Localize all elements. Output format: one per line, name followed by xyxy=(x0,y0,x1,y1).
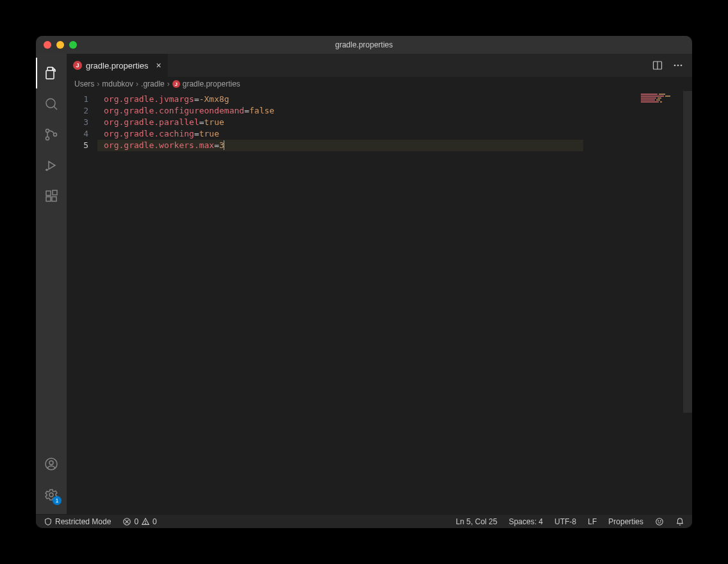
problems-status[interactable]: 0 0 xyxy=(120,517,159,526)
maximize-window-button[interactable] xyxy=(69,41,77,49)
code-line[interactable]: org.gradle.caching=true xyxy=(104,128,622,140)
window: gradle.properties xyxy=(36,36,692,528)
code-line[interactable]: org.gradle.jvmargs=-Xmx8g xyxy=(104,94,622,105)
svg-point-16 xyxy=(674,65,676,67)
code-line[interactable]: org.gradle.workers.max=3 xyxy=(97,140,583,151)
properties-file-icon: J xyxy=(172,80,180,88)
code-content[interactable]: org.gradle.jvmargs=-Xmx8gorg.gradle.conf… xyxy=(97,91,622,514)
svg-point-1 xyxy=(46,99,55,108)
settings-gear-icon[interactable]: 1 xyxy=(36,479,67,510)
source-control-icon[interactable] xyxy=(36,119,67,150)
svg-line-2 xyxy=(54,106,57,110)
tab-gradle-properties[interactable]: J gradle.properties × xyxy=(67,54,169,77)
svg-point-3 xyxy=(46,129,49,133)
activity-bar: 1 xyxy=(36,54,67,514)
svg-point-18 xyxy=(681,65,682,67)
line-number-gutter[interactable]: 12345 xyxy=(67,91,97,514)
svg-point-5 xyxy=(54,133,57,137)
editor-body[interactable]: 12345 org.gradle.jvmargs=-Xmx8gorg.gradl… xyxy=(67,91,692,514)
svg-point-4 xyxy=(46,137,49,140)
restricted-mode-status[interactable]: Restricted Mode xyxy=(41,517,113,526)
chevron-right-icon: › xyxy=(97,79,99,88)
text-cursor xyxy=(224,140,224,150)
tab-label: gradle.properties xyxy=(86,61,149,70)
search-icon[interactable] xyxy=(36,88,67,119)
svg-point-12 xyxy=(49,461,53,465)
svg-rect-0 xyxy=(46,70,54,79)
minimap-content xyxy=(641,94,679,103)
run-debug-icon[interactable] xyxy=(36,150,67,181)
eol-status[interactable]: LF xyxy=(585,517,599,526)
svg-point-23 xyxy=(145,523,146,524)
tab-bar: J gradle.properties × xyxy=(67,54,692,77)
breadcrumb-item[interactable]: mdubkov xyxy=(102,79,133,88)
svg-point-13 xyxy=(49,493,53,497)
svg-point-24 xyxy=(656,518,663,525)
window-title: gradle.properties xyxy=(36,40,692,49)
traffic-lights xyxy=(36,41,77,49)
scrollbar-thumb[interactable] xyxy=(683,91,692,413)
svg-point-26 xyxy=(660,520,661,521)
breadcrumb-item[interactable]: J gradle.properties xyxy=(172,79,240,88)
editor-area: J gradle.properties × Users › mdubk xyxy=(67,54,692,514)
svg-rect-10 xyxy=(53,190,57,195)
svg-rect-9 xyxy=(52,197,56,201)
svg-rect-8 xyxy=(46,197,51,201)
status-bar: Restricted Mode 0 0 Ln 5, Col 25 Spaces:… xyxy=(36,514,692,528)
main-area: 1 J gradle.properties × xyxy=(36,54,692,514)
split-editor-icon[interactable] xyxy=(649,56,666,74)
code-line[interactable]: org.gradle.configureondemand=false xyxy=(104,105,622,117)
chevron-right-icon: › xyxy=(136,79,138,88)
properties-file-icon: J xyxy=(73,61,82,70)
code-line[interactable]: org.gradle.parallel=true xyxy=(104,117,622,128)
accounts-icon[interactable] xyxy=(36,449,67,479)
extensions-icon[interactable] xyxy=(36,181,67,212)
close-window-button[interactable] xyxy=(44,41,51,49)
settings-badge: 1 xyxy=(53,496,62,505)
scrollbar[interactable] xyxy=(683,91,692,514)
breadcrumbs[interactable]: Users › mdubkov › .gradle › J gradle.pro… xyxy=(67,77,692,91)
breadcrumb-item[interactable]: .gradle xyxy=(141,79,165,88)
language-mode-status[interactable]: Properties xyxy=(606,517,646,526)
more-actions-icon[interactable] xyxy=(669,56,687,74)
explorer-icon[interactable] xyxy=(36,58,67,88)
encoding-status[interactable]: UTF-8 xyxy=(552,517,579,526)
cursor-position-status[interactable]: Ln 5, Col 25 xyxy=(453,517,500,526)
breadcrumb-item[interactable]: Users xyxy=(74,79,94,88)
svg-point-25 xyxy=(658,520,659,521)
notifications-bell-icon[interactable] xyxy=(673,517,687,526)
close-tab-icon[interactable]: × xyxy=(156,61,161,70)
svg-rect-7 xyxy=(46,191,51,195)
feedback-icon[interactable] xyxy=(652,517,666,526)
minimap[interactable] xyxy=(622,91,692,514)
minimize-window-button[interactable] xyxy=(56,41,64,49)
indentation-status[interactable]: Spaces: 4 xyxy=(506,517,545,526)
chevron-right-icon: › xyxy=(167,79,170,88)
title-bar[interactable]: gradle.properties xyxy=(36,36,692,54)
svg-point-17 xyxy=(677,65,679,67)
